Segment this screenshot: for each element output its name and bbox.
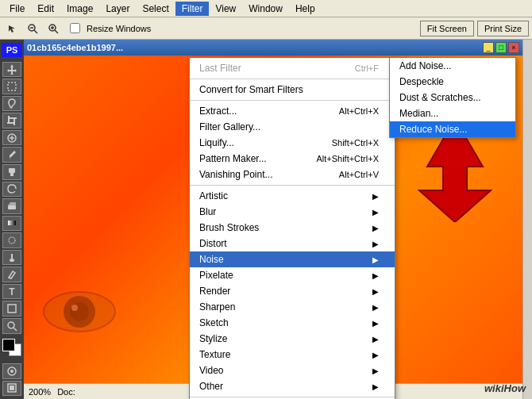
arrow-tool-btn[interactable] [3, 20, 21, 37]
foreground-color[interactable] [2, 339, 15, 351]
filter-dropdown: Last Filter Ctrl+F Convert for Smart Fil… [189, 57, 395, 399]
add-noise-item[interactable]: Add Noise... [390, 58, 515, 74]
artistic-item[interactable]: Artistic▶ [190, 188, 395, 204]
vanishing-point-item[interactable]: Vanishing Point... Alt+Ctrl+V [190, 167, 395, 182]
fit-screen-btn[interactable]: Fit Screen [420, 21, 474, 36]
noise-item[interactable]: Noise▶ [190, 251, 395, 267]
video-item[interactable]: Video▶ [190, 363, 395, 378]
toolbox: PS [0, 40, 24, 399]
liquify-item[interactable]: Liquify... Shift+Ctrl+X [190, 135, 395, 151]
svg-point-25 [8, 322, 14, 328]
brush-tool[interactable] [2, 147, 21, 163]
maximize-btn[interactable]: □ [495, 42, 507, 53]
noise-submenu: Add Noise... Despeckle Dust & Scratches.… [389, 57, 516, 138]
print-size-btn[interactable]: Print Size [477, 21, 529, 36]
heal-tool[interactable] [2, 130, 21, 146]
doc-title-bar: 01cb165c4ebe1b1997... _ □ × [24, 40, 522, 56]
quick-mask-tool[interactable] [2, 363, 21, 379]
sketch-item[interactable]: Sketch▶ [190, 315, 395, 331]
color-swatches[interactable] [2, 339, 21, 355]
svg-line-4 [55, 30, 58, 33]
svg-rect-8 [8, 82, 16, 90]
svg-rect-16 [9, 168, 15, 173]
brush-strokes-item[interactable]: Brush Strokes▶ [190, 220, 395, 236]
svg-marker-7 [7, 64, 17, 75]
doc-controls: _ □ × [483, 42, 519, 53]
zoom-out-btn[interactable] [24, 20, 41, 37]
svg-point-34 [71, 305, 78, 311]
ps-logo: PS [2, 43, 22, 57]
eraser-tool[interactable] [2, 198, 21, 214]
crop-tool[interactable] [2, 113, 21, 129]
zoom-display: 200% [29, 387, 51, 397]
menu-image[interactable]: Image [60, 2, 99, 16]
toolbar: Resize Windows Fit Screen Print Size [0, 17, 532, 40]
select-rect-tool[interactable] [2, 79, 21, 94]
svg-point-21 [9, 237, 15, 244]
convert-smart-item[interactable]: Convert for Smart Filters [190, 82, 395, 98]
blur-item[interactable]: Blur▶ [190, 204, 395, 220]
filter-section-convert: Convert for Smart Filters [190, 79, 395, 100]
gradient-tool[interactable] [2, 216, 21, 232]
svg-point-28 [10, 370, 13, 373]
blur-tool[interactable] [2, 232, 21, 248]
shape-tool[interactable] [2, 301, 21, 317]
svg-point-23 [10, 259, 14, 262]
svg-marker-19 [8, 202, 16, 205]
menu-edit[interactable]: Edit [31, 2, 60, 16]
filter-section-top: Last Filter Ctrl+F [190, 58, 395, 79]
move-tool[interactable] [2, 62, 21, 78]
filter-gallery-item[interactable]: Filter Gallery... [190, 119, 395, 135]
screen-mode-tool[interactable] [2, 381, 21, 397]
text-tool[interactable]: T [2, 284, 21, 300]
dust-scratches-item[interactable]: Dust & Scratches... [390, 90, 515, 106]
doc-area: 01cb165c4ebe1b1997... _ □ × [24, 40, 532, 399]
status-text: Doc: [57, 387, 75, 397]
svg-line-26 [13, 328, 17, 331]
zoom-in-btn[interactable] [44, 20, 62, 37]
svg-rect-30 [10, 386, 14, 390]
history-brush[interactable] [2, 182, 21, 198]
svg-rect-24 [8, 305, 16, 313]
pen-tool[interactable] [2, 267, 21, 282]
zoom-tool[interactable] [2, 318, 21, 334]
other-item[interactable]: Other▶ [190, 378, 395, 394]
filter-section-effects: Artistic▶ Blur▶ Brush Strokes▶ Distort▶ … [190, 185, 395, 397]
reduce-noise-item[interactable]: Reduce Noise... [390, 121, 515, 137]
pixelate-item[interactable]: Pixelate▶ [190, 267, 395, 283]
minimize-btn[interactable]: _ [483, 42, 494, 53]
texture-item[interactable]: Texture▶ [190, 347, 395, 363]
svg-rect-20 [8, 221, 16, 225]
svg-rect-18 [8, 205, 16, 209]
wikihow-watermark: wikiHow [484, 382, 526, 394]
svg-rect-17 [10, 173, 13, 176]
stylize-item[interactable]: Stylize▶ [190, 331, 395, 347]
menu-window[interactable]: Window [242, 2, 289, 16]
main-layout: PS [0, 40, 532, 399]
menu-layer[interactable]: Layer [99, 2, 136, 16]
render-item[interactable]: Render▶ [190, 283, 395, 299]
extract-item[interactable]: Extract... Alt+Ctrl+X [190, 103, 395, 119]
distort-item[interactable]: Distort▶ [190, 236, 395, 251]
stamp-tool[interactable] [2, 164, 21, 180]
despeckle-item[interactable]: Despeckle [390, 74, 515, 90]
doc-title: 01cb165c4ebe1b1997... [27, 43, 123, 52]
dodge-tool[interactable] [2, 250, 21, 266]
median-item[interactable]: Median... [390, 106, 515, 121]
scrollbar-right[interactable] [522, 40, 532, 399]
menu-view[interactable]: View [209, 2, 242, 16]
close-btn[interactable]: × [508, 42, 519, 53]
pattern-maker-item[interactable]: Pattern Maker... Alt+Shift+Ctrl+X [190, 151, 395, 167]
lasso-tool[interactable] [2, 96, 21, 112]
menu-filter[interactable]: Filter [175, 2, 210, 16]
menu-help[interactable]: Help [289, 2, 322, 16]
sharpen-item[interactable]: Sharpen▶ [190, 299, 395, 315]
svg-point-33 [70, 302, 89, 321]
filter-section-special: Extract... Alt+Ctrl+X Filter Gallery... … [190, 100, 395, 185]
menu-select[interactable]: Select [136, 2, 175, 16]
last-filter-item[interactable]: Last Filter Ctrl+F [190, 60, 395, 76]
svg-line-1 [34, 30, 37, 33]
resize-windows-checkbox[interactable] [70, 23, 80, 33]
menu-bar: File Edit Image Layer Select Filter View… [0, 0, 532, 17]
menu-file[interactable]: File [3, 2, 31, 16]
